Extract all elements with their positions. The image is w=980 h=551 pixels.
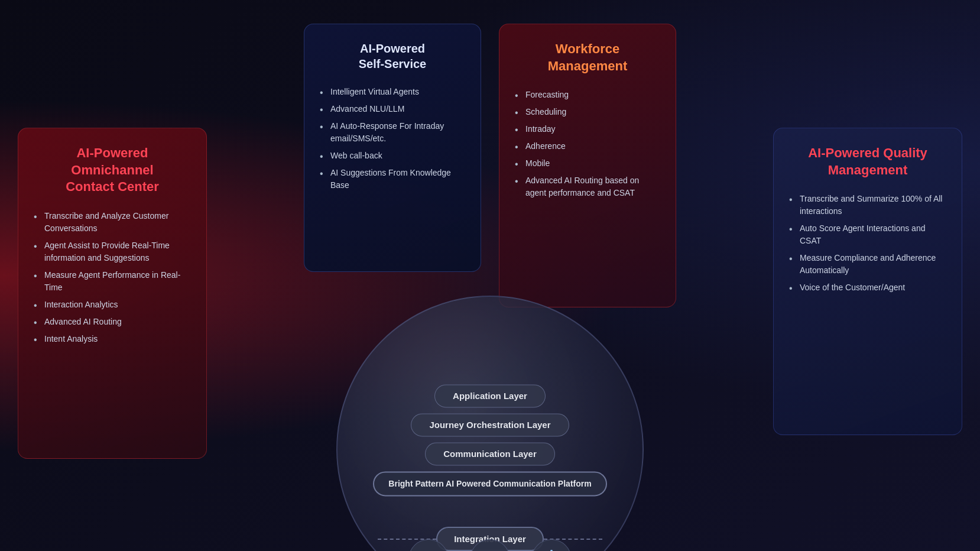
self-service-card: AI-Powered Self-Service Intelligent Virt… (304, 24, 481, 272)
bullet-item: Advanced AI Routing (34, 313, 191, 330)
quality-bullets: Transcribe and Summarize 100% of All int… (789, 190, 946, 296)
data-icon-circle (470, 539, 510, 551)
quality-title: AI-Powered Quality Management (789, 145, 946, 179)
bullet-item: AI Suggestions From Knowledge Base (320, 164, 465, 194)
workforce-card: Workforce Management Forecasting Schedul… (499, 24, 676, 307)
bullet-item: Forecasting (515, 86, 660, 103)
bullet-item: Web call-back (320, 147, 465, 164)
communication-layer-pill: Communication Layer (425, 442, 555, 465)
teams-icon-circle (408, 539, 449, 551)
bullet-item: Intelligent Virtual Agents (320, 83, 465, 101)
bullet-item: Agent Assist to Provide Real-Time inform… (34, 237, 191, 267)
journey-layer-pill: Journey Orchestration Layer (411, 413, 569, 436)
quality-card: AI-Powered Quality Management Transcribe… (773, 128, 962, 435)
workforce-bullets: Forecasting Scheduling Intraday Adherenc… (515, 86, 660, 202)
self-service-title: AI-Powered Self-Service (320, 41, 465, 72)
bullet-item: Auto Score Agent Interactions and CSAT (789, 220, 946, 249)
bullet-item: Scheduling (515, 103, 660, 121)
workforce-title: Workforce Management (515, 41, 660, 74)
bullet-item: Intent Analysis (34, 330, 191, 348)
bullet-item: Transcribe and Summarize 100% of All int… (789, 190, 946, 220)
bullet-item: Advanced NLU/LLM (320, 101, 465, 118)
crm-icon-circle (531, 539, 572, 551)
bullet-item: Interaction Analytics (34, 296, 191, 313)
omnichannel-title: AI-Powered Omnichannel Contact Center (34, 145, 191, 196)
bullet-item: Voice of the Customer/Agent (789, 279, 946, 296)
circle-diagram: Application Layer Journey Orchestration … (336, 296, 644, 551)
bullet-item: Adherence (515, 138, 660, 155)
icons-row: Teams UC Data (408, 539, 572, 551)
self-service-bullets: Intelligent Virtual Agents Advanced NLU/… (320, 83, 465, 194)
omnichannel-card: AI-Powered Omnichannel Contact Center Tr… (18, 128, 207, 459)
bullet-item: Measure Agent Performance in Real-Time (34, 267, 191, 296)
teams-icon-item: Teams UC (408, 539, 449, 551)
bullet-item: Transcribe and Analyze Customer Conversa… (34, 208, 191, 237)
platform-pill: Bright Pattern AI Powered Communication … (373, 471, 606, 496)
omnichannel-bullets: Transcribe and Analyze Customer Conversa… (34, 208, 191, 348)
bullet-item: AI Auto-Response For Intraday email/SMS/… (320, 118, 465, 147)
application-layer-pill: Application Layer (434, 384, 546, 407)
bullet-item: Advanced AI Routing based on agent perfo… (515, 172, 660, 202)
main-layout: AI-Powered Omnichannel Contact Center Tr… (0, 0, 980, 551)
layers-stack: Application Layer Journey Orchestration … (378, 384, 602, 496)
bullet-item: Mobile (515, 155, 660, 172)
crm-icon-item: CRM (531, 539, 572, 551)
top-cards-row: AI-Powered Self-Service Intelligent Virt… (207, 12, 773, 307)
center-area: AI-Powered Self-Service Intelligent Virt… (207, 0, 773, 551)
bullet-item: Measure Compliance and Adherence Automat… (789, 249, 946, 279)
bullet-item: Intraday (515, 121, 660, 138)
data-icon-item: Data (470, 539, 510, 551)
